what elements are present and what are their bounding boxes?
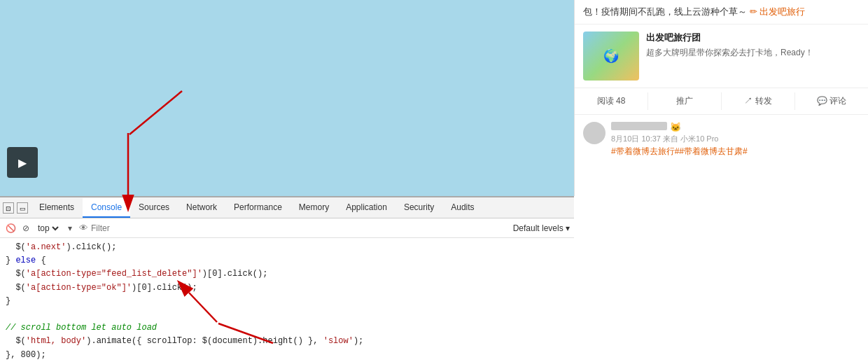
right-panel: 包！疫情期间不乱跑，线上云游种个草～ ✏ 出发吧旅行 🌍 出发吧旅行团 超多大牌… [574,0,868,196]
console-line-4: $('a[action-type="ok"]')[0].click(); [6,281,568,295]
devtools-tabs-bar: ⊡ ▭ Elements Console Sources Network Per… [0,197,574,218]
console-line-5: } [6,295,568,308]
console-line-3: $('a[action-type="feed_list_delete"]')[0… [6,267,568,281]
expand-icon[interactable]: ▾ [64,222,76,235]
top-text: 包！疫情期间不乱跑，线上云游种个草～ ✏ 出发吧旅行 [575,0,868,25]
comment-tags: #带着微博去旅行##带着微博去甘肃# [611,146,860,158]
ad-image: 🌍 [583,32,639,81]
console-line-7: $('html, body').animate({ scrollTop: $(d… [6,335,568,348]
comment-content: 🐱 8月10日 10:37 来自 小米10 Pro #带着微博去旅行##带着微博… [611,122,860,158]
tab-network[interactable]: Network [178,198,225,218]
console-output: $('a.next').click(); } else { $('a[actio… [0,238,574,362]
filter-icon[interactable]: ⊘ [20,222,32,235]
video-play-button[interactable]: ▶ [7,147,38,178]
comment-btn[interactable]: 💬 评论 [795,92,868,110]
console-line-1: $('a.next').click(); [6,241,568,254]
promote-btn[interactable]: 推广 [648,92,722,110]
mobile-icon[interactable]: ▭ [17,202,28,214]
comment-meta: 8月10日 10:37 来自 小米10 Pro [611,134,860,144]
devtools-panel: ⊡ ▭ Elements Console Sources Network Per… [0,196,574,362]
console-line-8: }, 800); [6,349,568,362]
tab-memory[interactable]: Memory [290,198,337,218]
ad-title: 出发吧旅行团 [646,32,813,44]
comment-user: 🐱 [611,122,860,132]
tab-audits[interactable]: Audits [442,198,482,218]
tab-security[interactable]: Security [396,198,442,218]
console-line-blank [6,308,568,321]
tab-performance[interactable]: Performance [225,198,290,218]
devtools-icons: ⊡ ▭ [3,202,28,214]
filter-input[interactable] [91,223,510,233]
action-bar: 阅读 48 推广 ↗ 转发 💬 评论 [575,88,868,115]
console-line-comment: // scroll bottom let auto load [6,321,568,335]
tab-application[interactable]: Application [337,198,396,218]
ad-desc: 超多大牌明星带你探索必去打卡地，Ready！ [646,47,813,59]
ad-text: 出发吧旅行团 超多大牌明星带你探索必去打卡地，Ready！ [646,32,813,81]
main-content-area [0,0,574,196]
default-levels-dropdown[interactable]: Default levels ▾ [513,223,570,233]
repost-btn[interactable]: ↗ 转发 [722,92,795,110]
read-count: 阅读 48 [575,92,648,110]
console-line-2: } else { [6,254,568,267]
tab-elements[interactable]: Elements [31,198,83,218]
eye-icon[interactable]: 👁 [79,223,88,233]
tab-console[interactable]: Console [83,198,130,218]
avatar [583,122,606,144]
comment-section: 🐱 8月10日 10:37 来自 小米10 Pro #带着微博去旅行##带着微博… [575,115,868,165]
clear-console-icon[interactable]: 🚫 [4,222,17,235]
console-toolbar: 🚫 ⊘ top ▾ 👁 Default levels ▾ [0,218,574,238]
tab-sources[interactable]: Sources [130,198,178,218]
ad-card: 🌍 出发吧旅行团 超多大牌明星带你探索必去打卡地，Ready！ [575,25,868,88]
inspect-icon[interactable]: ⊡ [3,202,14,214]
context-selector[interactable]: top [35,223,61,234]
